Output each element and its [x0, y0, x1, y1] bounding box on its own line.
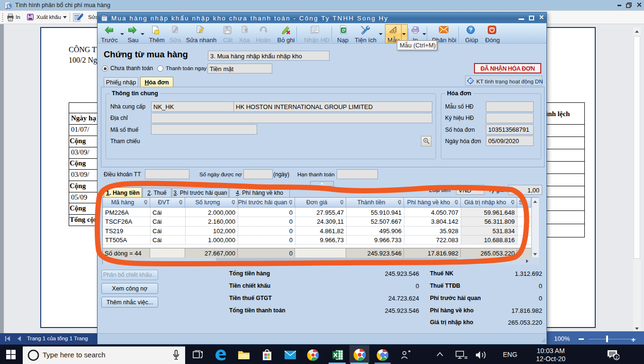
svg-text:2: 2 [615, 355, 617, 360]
svg-text:?: ? [469, 27, 472, 33]
